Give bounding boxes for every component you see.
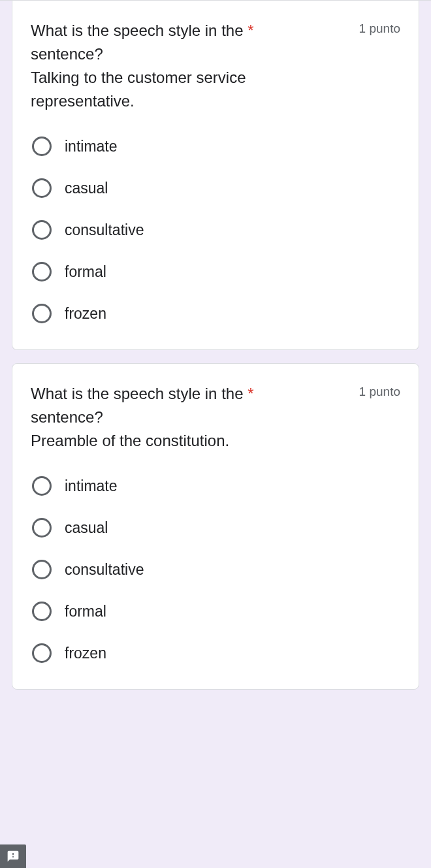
question-line2: Preamble of the constitution. xyxy=(31,432,229,449)
report-button[interactable] xyxy=(0,844,26,868)
required-asterisk: * xyxy=(247,385,253,402)
option-label: frozen xyxy=(65,305,106,323)
option-label: consultative xyxy=(65,561,144,579)
options-list: intimate casual consultative formal froz… xyxy=(31,137,400,323)
option-formal[interactable]: formal xyxy=(31,262,400,281)
points-label: 1 punto xyxy=(359,385,400,399)
radio-icon xyxy=(32,643,52,663)
option-frozen[interactable]: frozen xyxy=(31,304,400,323)
option-formal[interactable]: formal xyxy=(31,602,400,621)
option-label: consultative xyxy=(65,221,144,239)
required-asterisk: * xyxy=(247,22,253,39)
question-card-1: What is the speech style in the * senten… xyxy=(12,1,419,350)
radio-icon xyxy=(32,137,52,156)
option-intimate[interactable]: intimate xyxy=(31,137,400,156)
option-label: formal xyxy=(65,603,106,620)
points-label: 1 punto xyxy=(359,22,400,36)
option-consultative[interactable]: consultative xyxy=(31,220,400,240)
report-icon xyxy=(7,850,20,863)
radio-icon xyxy=(32,602,52,621)
radio-icon xyxy=(32,304,52,323)
question-line1: What is the speech style in the xyxy=(31,22,247,39)
option-label: intimate xyxy=(65,477,118,495)
option-frozen[interactable]: frozen xyxy=(31,643,400,663)
option-label: formal xyxy=(65,263,106,281)
radio-icon xyxy=(32,560,52,579)
option-label: casual xyxy=(65,519,108,537)
option-label: casual xyxy=(65,180,108,197)
option-intimate[interactable]: intimate xyxy=(31,476,400,496)
radio-icon xyxy=(32,262,52,281)
question-sentence-word: sentence? xyxy=(31,45,103,63)
option-label: intimate xyxy=(65,138,118,155)
radio-icon xyxy=(32,220,52,240)
question-line1: What is the speech style in the xyxy=(31,385,247,402)
radio-icon xyxy=(32,518,52,538)
question-header: What is the speech style in the * senten… xyxy=(31,19,400,113)
option-casual[interactable]: casual xyxy=(31,518,400,538)
option-label: frozen xyxy=(65,645,106,662)
option-consultative[interactable]: consultative xyxy=(31,560,400,579)
question-line2: Talking to the customer service represen… xyxy=(31,69,246,110)
question-card-2: What is the speech style in the * senten… xyxy=(12,363,419,690)
option-casual[interactable]: casual xyxy=(31,178,400,198)
options-list: intimate casual consultative formal froz… xyxy=(31,476,400,663)
question-text: What is the speech style in the * senten… xyxy=(31,19,353,113)
radio-icon xyxy=(32,178,52,198)
question-text: What is the speech style in the * senten… xyxy=(31,382,353,453)
radio-icon xyxy=(32,476,52,496)
question-sentence-word: sentence? xyxy=(31,408,103,426)
question-header: What is the speech style in the * senten… xyxy=(31,382,400,453)
